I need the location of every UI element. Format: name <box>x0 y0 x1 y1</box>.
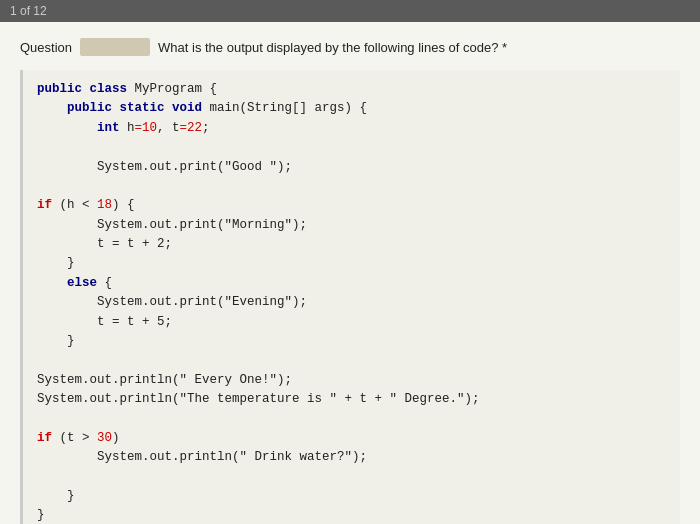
code-line: System.out.println(" Drink water?"); <box>37 448 666 467</box>
code-line: } <box>37 506 666 524</box>
code-line: System.out.println(" Every One!"); <box>37 371 666 390</box>
code-line: System.out.print("Evening"); <box>37 293 666 312</box>
code-line: System.out.print("Good "); <box>37 158 666 177</box>
code-line: if (t > 30) <box>37 429 666 448</box>
question-text: What is the output displayed by the foll… <box>158 40 507 55</box>
code-line <box>37 409 666 428</box>
main-content: Question What is the output displayed by… <box>0 22 700 524</box>
code-line: int h=10, t=22; <box>37 119 666 138</box>
question-blank <box>80 38 150 56</box>
question-label: Question <box>20 40 72 55</box>
code-line <box>37 138 666 157</box>
code-line: public static void main(String[] args) { <box>37 99 666 118</box>
code-line: t = t + 5; <box>37 313 666 332</box>
code-line: public class MyProgram { <box>37 80 666 99</box>
code-block: public class MyProgram { public static v… <box>20 70 680 524</box>
code-line: t = t + 2; <box>37 235 666 254</box>
code-line: } <box>37 332 666 351</box>
top-bar: 1 of 12 <box>0 0 700 22</box>
code-line: else { <box>37 274 666 293</box>
code-line <box>37 468 666 487</box>
top-bar-text: 1 of 12 <box>10 4 47 18</box>
code-line: System.out.println("The temperature is "… <box>37 390 666 409</box>
question-row: Question What is the output displayed by… <box>20 38 680 56</box>
code-line: System.out.print("Morning"); <box>37 216 666 235</box>
code-line: if (h < 18) { <box>37 196 666 215</box>
code-line <box>37 177 666 196</box>
code-line: } <box>37 254 666 273</box>
code-line <box>37 351 666 370</box>
code-line: } <box>37 487 666 506</box>
